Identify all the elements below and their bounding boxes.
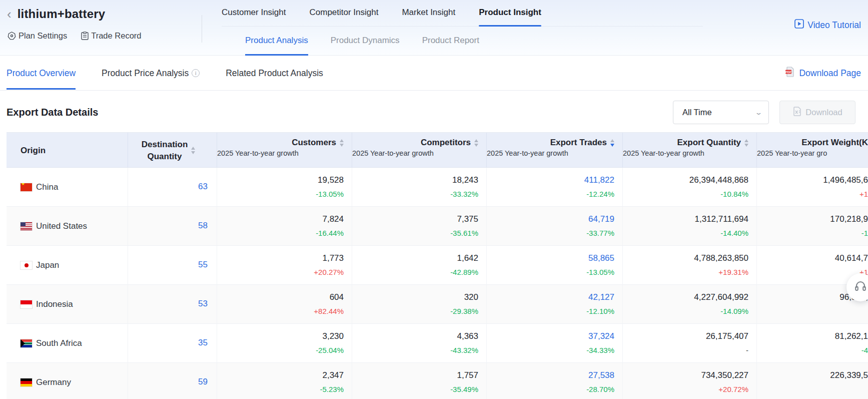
export-quantity-growth: - [623,345,748,355]
export-weight-value: 1,496,485,6 [757,175,868,186]
sort-asc-icon[interactable] [610,139,614,142]
export-trades-link[interactable]: 27,538 [487,370,614,381]
play-video-icon [794,19,804,31]
time-range-select[interactable]: All Time ⌄ [673,101,769,124]
country-flag-icon [21,300,32,308]
export-trades-link[interactable]: 64,719 [487,214,614,225]
export-weight-title: Export Weight(K [801,138,868,148]
table-body: China 63 19,528 -13.05% 18,243 -33.32% 4… [7,168,868,399]
export-quantity-value: 26,394,448,868 [623,175,748,186]
sort-desc-icon[interactable] [610,144,614,147]
competitors-cell: 7,375 -35.61% [352,207,487,246]
export-quantity-growth: +19.31% [623,267,748,277]
download-button-label: Download [805,108,842,117]
destination-quantity-link[interactable]: 55 [128,253,208,277]
tab-customer-insight[interactable]: Customer Insight [222,0,286,27]
header-divider [202,15,202,43]
sort-desc-icon[interactable] [744,144,748,147]
customers-cell: 3,230 -25.04% [217,324,352,363]
competitors-value: 1,757 [352,370,478,381]
export-trades-link[interactable]: 42,127 [487,292,614,303]
destination-quantity-link[interactable]: 53 [128,292,208,316]
customers-growth: +82.44% [217,306,344,316]
sort-asc-icon[interactable] [744,139,748,142]
export-trades-link[interactable]: 411,822 [487,175,614,186]
export-weight-cell: 1,496,485,6 +1 [757,168,868,207]
customers-value: 2,347 [217,370,344,381]
main-tab-bar: Customer Insight Competitor Insight Mark… [222,0,703,27]
download-button[interactable]: Download [779,101,855,124]
trade-record-button[interactable]: Trade Record [81,31,141,41]
tab-product-price-analysis[interactable]: Product Price Analysis i [102,56,200,91]
sort-desc-icon[interactable] [191,151,195,154]
export-trades-link[interactable]: 37,324 [487,331,614,342]
video-tutorial-link[interactable]: Video Tutorial [794,19,861,31]
origin-cell: South Africa [7,324,128,363]
column-header-customers[interactable]: Customers 2025 Year-to-year growth [217,133,352,168]
chevron-down-icon: ⌄ [754,109,762,116]
origin-cell: Indonesia [7,285,128,324]
sort-control[interactable] [191,147,195,154]
tab-product-insight[interactable]: Product Insight [479,0,541,27]
sort-desc-icon[interactable] [340,144,344,147]
export-quantity-value: 1,312,711,694 [623,214,748,225]
trade-record-label: Trade Record [91,31,141,41]
destination-quantity-cell: 55 [128,246,217,285]
tab-product-dynamics[interactable]: Product Dynamics [331,27,400,56]
tab-product-analysis[interactable]: Product Analysis [245,27,308,56]
export-quantity-cell: 1,312,711,694 -14.40% [623,207,757,246]
competitors-growth: -29.38% [352,306,478,316]
sort-control[interactable] [474,139,478,147]
customers-value: 7,824 [217,214,344,225]
sort-desc-icon[interactable] [474,144,478,147]
customers-value: 3,230 [217,331,344,342]
excel-icon [792,107,801,118]
destination-quantity-link[interactable]: 63 [128,175,208,199]
export-trades-cell: 58,865 -13.05% [487,246,623,285]
table-row: Japan 55 1,773 +20.27% 1,642 -42.89% 58,… [7,246,868,285]
growth-subtitle: 2025 Year-to-year growth [623,149,748,157]
origin-cell: China [7,168,128,207]
destination-quantity-link[interactable]: 59 [128,370,208,394]
section-title: Export Data Details [7,107,98,118]
sort-control[interactable] [610,139,614,147]
country-flag-icon [21,339,32,347]
table-row: United States 58 7,824 -16.44% 7,375 -35… [7,207,868,246]
competitors-growth: -35.61% [352,228,478,238]
column-header-competitors[interactable]: Competitors 2025 Year-to-year growth [352,133,487,168]
tab-product-overview[interactable]: Product Overview [7,56,76,91]
country-name: United States [36,221,87,231]
tab-market-insight[interactable]: Market Insight [402,0,455,27]
export-trades-growth: -34.33% [487,345,614,355]
plan-settings-button[interactable]: Plan Settings [8,31,67,41]
destination-quantity-link[interactable]: 58 [128,214,208,238]
sort-asc-icon[interactable] [191,147,195,150]
sort-control[interactable] [340,139,344,147]
customers-cell: 7,824 -16.44% [217,207,352,246]
export-weight-growth: -1 [757,228,868,238]
column-header-destination-quantity[interactable]: Destination Quantity [128,133,217,168]
export-weight-cell: 226,339,5 [757,363,868,399]
export-trades-title: Export Trades [550,138,607,148]
competitors-growth: -42.89% [352,267,478,277]
country-name: Japan [36,260,59,270]
info-icon[interactable]: i [192,69,200,77]
competitors-value: 18,243 [352,175,478,186]
column-header-export-quantity[interactable]: Export Quantity 2025 Year-to-year growth [623,133,757,168]
column-header-export-weight[interactable]: Export Weight(K 2025 Year-to-year gro [757,133,868,168]
export-data-toolbar: Export Data Details All Time ⌄ Download [7,101,855,124]
customers-cell: 604 +82.44% [217,285,352,324]
tab-product-report[interactable]: Product Report [422,27,479,56]
sort-control[interactable] [744,139,748,147]
download-page-button[interactable]: PDF Download Page [785,56,861,91]
export-trades-link[interactable]: 58,865 [487,253,614,264]
country-flag-icon [21,183,32,191]
sort-asc-icon[interactable] [474,139,478,142]
sort-asc-icon[interactable] [340,139,344,142]
destination-quantity-link[interactable]: 35 [128,331,208,355]
tab-related-product-analysis[interactable]: Related Product Analysis [226,56,323,91]
column-header-export-trades[interactable]: Export Trades 2025 Year-to-year growth [487,133,623,168]
tab-competitor-insight[interactable]: Competitor Insight [310,0,379,27]
back-icon[interactable]: ‹ [7,9,12,20]
export-quantity-cell: 26,394,448,868 -10.84% [623,168,757,207]
